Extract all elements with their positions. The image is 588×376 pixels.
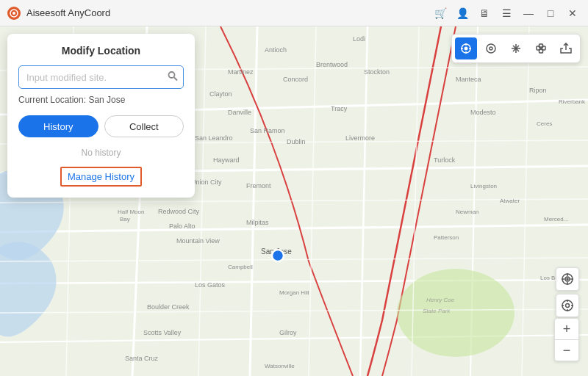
window-controls: 🛒 👤 🖥 ☰ — □ ✕ xyxy=(432,5,581,21)
svg-text:Gilroy: Gilroy xyxy=(279,329,297,336)
svg-rect-85 xyxy=(539,44,543,48)
svg-text:Boulder Creek: Boulder Creek xyxy=(147,303,190,311)
svg-text:Ceres: Ceres xyxy=(537,120,552,127)
reset-button[interactable] xyxy=(530,37,552,59)
svg-text:Palo Alto: Palo Alto xyxy=(169,223,196,230)
svg-line-101 xyxy=(174,78,177,81)
svg-text:Mountain View: Mountain View xyxy=(176,237,220,245)
svg-text:Concord: Concord xyxy=(283,76,308,83)
zoom-controls: + − xyxy=(554,318,579,361)
svg-text:Half Moon: Half Moon xyxy=(118,209,144,215)
maximize-button[interactable]: □ xyxy=(542,5,559,21)
svg-text:Hayward: Hayward xyxy=(213,156,240,164)
svg-text:Dublin: Dublin xyxy=(287,138,306,145)
menu-icon[interactable]: ☰ xyxy=(498,5,514,21)
svg-text:San Leandro: San Leandro xyxy=(195,134,233,142)
search-input[interactable] xyxy=(18,65,184,89)
multi-stop-button[interactable] xyxy=(480,37,502,59)
svg-point-95 xyxy=(566,304,570,308)
svg-text:Scotts Valley: Scotts Valley xyxy=(143,329,182,336)
zoom-in-button[interactable]: + xyxy=(555,319,578,339)
svg-text:San Ramon: San Ramon xyxy=(250,127,285,134)
svg-text:Los Gatos: Los Gatos xyxy=(195,281,226,289)
svg-text:Brentwood: Brentwood xyxy=(316,61,348,68)
svg-text:Patterson: Patterson xyxy=(434,234,459,241)
svg-text:Livingston: Livingston xyxy=(470,183,497,189)
svg-text:Union City: Union City xyxy=(191,178,222,186)
map-toolbar xyxy=(451,34,581,63)
app-title: Aiseesoft AnyCoord xyxy=(26,7,432,18)
title-bar: Aiseesoft AnyCoord 🛒 👤 🖥 ☰ — □ ✕ xyxy=(0,0,588,26)
svg-point-72 xyxy=(465,47,468,51)
svg-text:Morgan Hill: Morgan Hill xyxy=(279,289,309,296)
svg-point-1 xyxy=(12,12,15,15)
location-mode-button[interactable] xyxy=(455,37,477,59)
svg-text:Watsonville: Watsonville xyxy=(265,363,295,369)
svg-text:Bay: Bay xyxy=(120,216,130,223)
svg-text:Stockton: Stockton xyxy=(364,68,390,76)
svg-text:Martinez: Martinez xyxy=(228,68,254,76)
svg-point-78 xyxy=(490,47,492,50)
svg-point-70 xyxy=(272,250,284,261)
modify-location-panel: Modify Location Current Location: San Jo… xyxy=(7,34,195,198)
svg-text:Henry Coe: Henry Coe xyxy=(426,297,455,303)
svg-text:Merced...: Merced... xyxy=(544,216,568,223)
svg-point-89 xyxy=(567,278,568,280)
svg-rect-86 xyxy=(539,49,543,53)
svg-text:Ripon: Ripon xyxy=(529,87,547,94)
minimize-button[interactable]: — xyxy=(520,5,537,21)
search-icon xyxy=(168,71,178,84)
svg-text:Fremont: Fremont xyxy=(246,182,271,189)
svg-text:Clayton: Clayton xyxy=(209,90,232,98)
svg-point-100 xyxy=(169,72,175,78)
svg-text:Riverbank: Riverbank xyxy=(559,98,586,105)
user-icon[interactable]: 👤 xyxy=(454,5,470,21)
svg-text:Santa Cruz: Santa Cruz xyxy=(125,355,159,362)
search-wrapper xyxy=(18,65,184,89)
panel-title: Modify Location xyxy=(18,45,184,57)
svg-text:Tracy: Tracy xyxy=(331,105,348,112)
svg-text:Livermore: Livermore xyxy=(345,134,375,142)
target-button[interactable] xyxy=(556,267,579,291)
close-button[interactable]: ✕ xyxy=(564,5,581,21)
main-area: Lodi Antioch Brentwood Martinez Concord … xyxy=(0,26,588,376)
cart-icon[interactable]: 🛒 xyxy=(432,5,448,21)
svg-text:Campbell: Campbell xyxy=(228,264,253,270)
svg-text:Redwood City: Redwood City xyxy=(158,208,200,215)
current-location: Current Location: San Jose xyxy=(18,95,184,105)
svg-text:Lodi: Lodi xyxy=(353,35,365,43)
svg-text:Atwater: Atwater xyxy=(500,198,520,204)
monitor-icon[interactable]: 🖥 xyxy=(476,5,492,21)
no-history-text: No history xyxy=(18,148,184,158)
svg-text:Turlock: Turlock xyxy=(434,156,456,164)
zoom-out-button[interactable]: − xyxy=(555,340,578,361)
svg-point-77 xyxy=(487,44,495,53)
svg-text:State Park: State Park xyxy=(423,308,451,314)
svg-text:Manteca: Manteca xyxy=(456,76,481,83)
joystick-button[interactable] xyxy=(505,37,527,59)
svg-text:Antioch: Antioch xyxy=(265,46,287,54)
app-logo xyxy=(7,7,21,20)
map-side-controls xyxy=(556,267,579,317)
collect-tab[interactable]: Collect xyxy=(104,115,184,137)
svg-point-94 xyxy=(562,300,573,311)
svg-point-13 xyxy=(397,269,514,357)
svg-text:Newman: Newman xyxy=(456,209,479,215)
manage-history-button[interactable]: Manage History xyxy=(60,167,142,187)
svg-text:Modesto: Modesto xyxy=(470,109,496,116)
tab-buttons: History Collect xyxy=(18,115,184,137)
svg-text:Danville: Danville xyxy=(228,109,251,116)
gps-button[interactable] xyxy=(556,294,579,317)
svg-text:Milpitas: Milpitas xyxy=(246,219,269,226)
history-tab[interactable]: History xyxy=(18,115,98,137)
export-button[interactable] xyxy=(555,37,577,59)
